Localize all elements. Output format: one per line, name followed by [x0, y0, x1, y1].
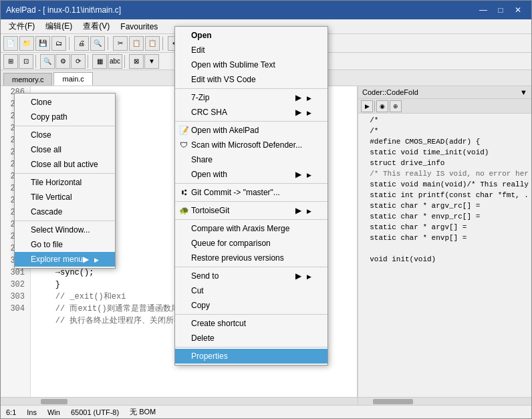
- rp-line-2: /*: [361, 126, 529, 136]
- right-panel-dropdown[interactable]: ▼: [520, 88, 527, 96]
- ctx-sep-5: [175, 121, 327, 122]
- ctx-edit-vscode[interactable]: Edit with VS Code: [175, 72, 327, 87]
- status-position: 6:1: [6, 408, 16, 416]
- toolbar2-btn2[interactable]: ⊡: [19, 54, 33, 69]
- explorer-menu-label: Explorer menu: [31, 255, 83, 264]
- toolbar2-btn1[interactable]: ⊞: [3, 54, 18, 69]
- print-button[interactable]: 🖨: [74, 36, 89, 51]
- minimize-button[interactable]: —: [475, 3, 491, 17]
- toolbar2-btn9[interactable]: ▼: [144, 54, 159, 69]
- title-bar-text: AkelPad - [ inux-0.11\init\main.c]: [6, 5, 475, 15]
- print-preview-button[interactable]: 🔍: [90, 36, 105, 51]
- ctx-queue-comparison[interactable]: Queue for comparison: [175, 236, 327, 251]
- ctx-clone[interactable]: Clone: [15, 95, 115, 110]
- rp-line-13: [361, 243, 529, 254]
- rp-btn2[interactable]: ◉: [376, 100, 388, 112]
- ctx-cascade[interactable]: Cascade: [15, 204, 115, 219]
- ctx-open-akelpad[interactable]: 📝 Open with AkelPad: [175, 123, 327, 138]
- ctx-explorer-menu[interactable]: Explorer menu ▶: [15, 252, 115, 267]
- toolbar2-btn7[interactable]: abc: [108, 54, 122, 69]
- close-button[interactable]: ✕: [510, 3, 526, 17]
- ctx-close-all-but-active[interactable]: Close all but active: [15, 157, 115, 172]
- ctx-sep-2: [15, 173, 115, 174]
- save-button[interactable]: 💾: [35, 36, 50, 51]
- defender-icon: 🛡: [178, 139, 190, 151]
- toolbar2-btn5[interactable]: ⟳: [71, 54, 86, 69]
- ctx-send-to[interactable]: Send to ▶: [175, 269, 327, 283]
- crc-arrow: ▶: [295, 108, 311, 117]
- ctx-close[interactable]: Close: [15, 128, 115, 142]
- menu-file[interactable]: 文件(F): [3, 19, 40, 33]
- main-window: AkelPad - [ inux-0.11\init\main.c] — □ ✕…: [0, 0, 532, 419]
- maximize-button[interactable]: □: [493, 3, 509, 17]
- sep3: [162, 37, 165, 50]
- rp-line-5: struct drive_info: [361, 158, 529, 168]
- ctx-sep-4: [175, 88, 327, 89]
- explorer-menu-arrow: ▶: [83, 255, 99, 264]
- rp-sep1: [374, 101, 375, 112]
- ctx-copy[interactable]: Copy: [175, 298, 327, 313]
- rp-line-11: static char * argv[] =: [361, 222, 529, 233]
- ctx-copy-path[interactable]: Copy path: [15, 110, 115, 124]
- sep6: [35, 55, 38, 68]
- rp-line-4: static void time_init(void): [361, 147, 529, 158]
- rp-btn1[interactable]: ▶: [361, 100, 373, 112]
- ctx-go-to-file[interactable]: Go to file: [15, 237, 115, 252]
- right-panel-header: Coder::CodeFold ▼: [358, 86, 531, 99]
- sep7: [88, 55, 90, 68]
- open-with-arrow: ▶: [295, 170, 311, 179]
- ctx-compare-araxis[interactable]: Compare with Araxis Merge: [175, 221, 327, 236]
- ctx-7zip[interactable]: 7-Zip ▶: [175, 90, 327, 105]
- ctx-restore-versions[interactable]: Restore previous versions: [175, 251, 327, 265]
- right-panel-title: Coder::CodeFold: [362, 88, 418, 96]
- rp-line-3: #define CMOS_READ(addr) {: [361, 136, 529, 147]
- toolbar2-btn8[interactable]: ⊠: [129, 54, 144, 69]
- main-scrollbar-thumb[interactable]: [41, 399, 68, 404]
- scrollbar-thumb[interactable]: [373, 399, 413, 404]
- menu-edit[interactable]: 编辑(E): [40, 19, 78, 33]
- rp-line-7: static void main(void)/* This really IS …: [361, 179, 529, 190]
- menu-view[interactable]: 查看(V): [78, 19, 115, 33]
- right-panel-toolbar: ▶ ◉ ⊕: [358, 99, 531, 114]
- ctx-cut[interactable]: Cut: [175, 283, 327, 298]
- open-button[interactable]: 📁: [19, 36, 34, 51]
- ctx-properties[interactable]: Properties: [175, 349, 327, 364]
- ctx-sep-7: [175, 201, 327, 202]
- copy-button[interactable]: 📋: [129, 36, 144, 51]
- akelpad-icon: 📝: [178, 124, 190, 136]
- ctx-sep-11: [175, 347, 327, 347]
- sep8: [124, 55, 127, 68]
- cut-button[interactable]: ✂: [113, 36, 128, 51]
- toolbar2-btn3[interactable]: 🔍: [40, 54, 55, 69]
- ctx-open[interactable]: Open: [175, 28, 327, 43]
- ctx-share[interactable]: Share: [175, 152, 327, 167]
- paste-button[interactable]: 📋: [145, 36, 160, 51]
- save-all-button[interactable]: 🗂: [51, 36, 66, 51]
- ctx-git-commit[interactable]: ⑆ Git Commit -> "master"...: [175, 185, 327, 200]
- ctx-create-shortcut[interactable]: Create shortcut: [175, 316, 327, 331]
- ctx-tile-vertical[interactable]: Tile Vertical: [15, 190, 115, 204]
- main-hscrollbar[interactable]: [1, 397, 358, 405]
- 7zip-arrow: ▶: [295, 93, 311, 102]
- ctx-delete[interactable]: Delete: [175, 331, 327, 345]
- ctx-open-sublime[interactable]: Open with Sublime Text: [175, 57, 327, 72]
- ctx-tile-horizontal[interactable]: Tile Horizontal: [15, 175, 115, 190]
- ctx-edit[interactable]: Edit: [175, 43, 327, 57]
- ctx-scan-defender[interactable]: 🛡 Scan with Microsoft Defender...: [175, 138, 327, 152]
- right-panel-scrollbar[interactable]: [358, 397, 531, 405]
- tab-memory-c[interactable]: memory.c: [3, 73, 52, 86]
- menu-favourites[interactable]: Favourites: [115, 21, 163, 33]
- toolbar2-btn6[interactable]: ▦: [92, 54, 107, 69]
- ctx-tortoisegit[interactable]: 🐢 TortoiseGit ▶: [175, 203, 327, 218]
- status-bom: 无 BOM: [130, 407, 156, 417]
- tab-main-c[interactable]: main.c: [53, 72, 92, 86]
- tortoisegit-icon: 🐢: [178, 204, 190, 217]
- ctx-open-with[interactable]: Open with ▶: [175, 167, 327, 182]
- ctx-close-all[interactable]: Close all: [15, 142, 115, 157]
- rp-btn3[interactable]: ⊕: [390, 100, 402, 112]
- toolbar2-btn4[interactable]: ⚙: [55, 54, 70, 69]
- tortoisegit-arrow: ▶: [295, 206, 311, 215]
- new-button[interactable]: 📄: [3, 36, 18, 51]
- ctx-crc-sha[interactable]: CRC SHA ▶: [175, 105, 327, 120]
- ctx-select-window[interactable]: Select Window...: [15, 223, 115, 237]
